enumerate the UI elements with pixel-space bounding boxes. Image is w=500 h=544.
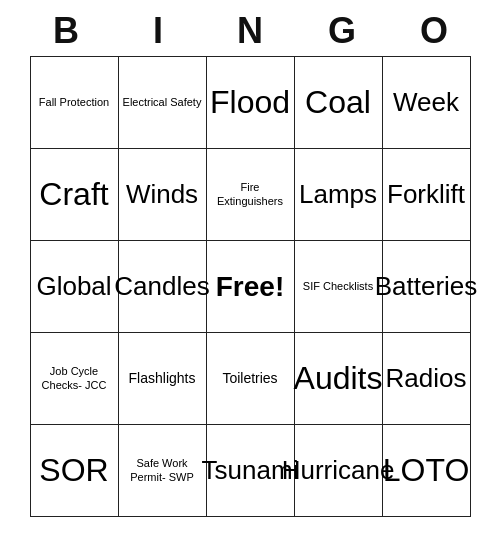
- letter-b: B: [22, 10, 110, 52]
- bingo-cell-6: Winds: [119, 149, 207, 241]
- bingo-cell-19: Radios: [383, 333, 471, 425]
- cell-text-24: LOTO: [383, 451, 470, 489]
- bingo-cell-0: Fall Protection: [31, 57, 119, 149]
- bingo-cell-14: Batteries: [383, 241, 471, 333]
- bingo-cell-4: Week: [383, 57, 471, 149]
- cell-text-14: Batteries: [375, 271, 478, 302]
- bingo-cell-5: Craft: [31, 149, 119, 241]
- cell-text-15: Job Cycle Checks- JCC: [35, 365, 114, 391]
- cell-text-9: Forklift: [387, 179, 465, 210]
- cell-text-17: Toiletries: [222, 370, 277, 387]
- bingo-cell-10: Global: [31, 241, 119, 333]
- cell-text-23: Hurricane: [282, 455, 395, 486]
- bingo-cell-11: Candles: [119, 241, 207, 333]
- cell-text-1: Electrical Safety: [123, 96, 202, 109]
- bingo-cell-15: Job Cycle Checks- JCC: [31, 333, 119, 425]
- cell-text-18: Audits: [294, 359, 383, 397]
- bingo-cell-20: SOR: [31, 425, 119, 517]
- bingo-cell-8: Lamps: [295, 149, 383, 241]
- cell-text-2: Flood: [210, 83, 290, 121]
- bingo-grid: Fall ProtectionElectrical SafetyFloodCoa…: [30, 56, 471, 517]
- bingo-cell-13: SIF Checklists: [295, 241, 383, 333]
- cell-text-6: Winds: [126, 179, 198, 210]
- cell-text-21: Safe Work Permit- SWP: [123, 457, 202, 483]
- letter-g: G: [298, 10, 386, 52]
- bingo-cell-9: Forklift: [383, 149, 471, 241]
- letter-i: I: [114, 10, 202, 52]
- bingo-cell-23: Hurricane: [295, 425, 383, 517]
- cell-text-5: Craft: [39, 175, 108, 213]
- cell-text-3: Coal: [305, 83, 371, 121]
- cell-text-13: SIF Checklists: [303, 280, 373, 293]
- bingo-cell-16: Flashlights: [119, 333, 207, 425]
- bingo-cell-3: Coal: [295, 57, 383, 149]
- bingo-cell-18: Audits: [295, 333, 383, 425]
- cell-text-4: Week: [393, 87, 459, 118]
- bingo-cell-21: Safe Work Permit- SWP: [119, 425, 207, 517]
- letter-o: O: [390, 10, 478, 52]
- bingo-cell-7: Fire Extinguishers: [207, 149, 295, 241]
- cell-text-19: Radios: [386, 363, 467, 394]
- bingo-cell-12: Free!: [207, 241, 295, 333]
- bingo-header: B I N G O: [20, 10, 480, 52]
- letter-n: N: [206, 10, 294, 52]
- bingo-cell-17: Toiletries: [207, 333, 295, 425]
- cell-text-0: Fall Protection: [39, 96, 109, 109]
- bingo-cell-2: Flood: [207, 57, 295, 149]
- cell-text-12: Free!: [216, 270, 284, 304]
- cell-text-10: Global: [36, 271, 111, 302]
- cell-text-8: Lamps: [299, 179, 377, 210]
- bingo-cell-24: LOTO: [383, 425, 471, 517]
- cell-text-7: Fire Extinguishers: [211, 181, 290, 207]
- cell-text-16: Flashlights: [129, 370, 196, 387]
- cell-text-20: SOR: [39, 451, 108, 489]
- bingo-cell-1: Electrical Safety: [119, 57, 207, 149]
- cell-text-11: Candles: [114, 271, 209, 302]
